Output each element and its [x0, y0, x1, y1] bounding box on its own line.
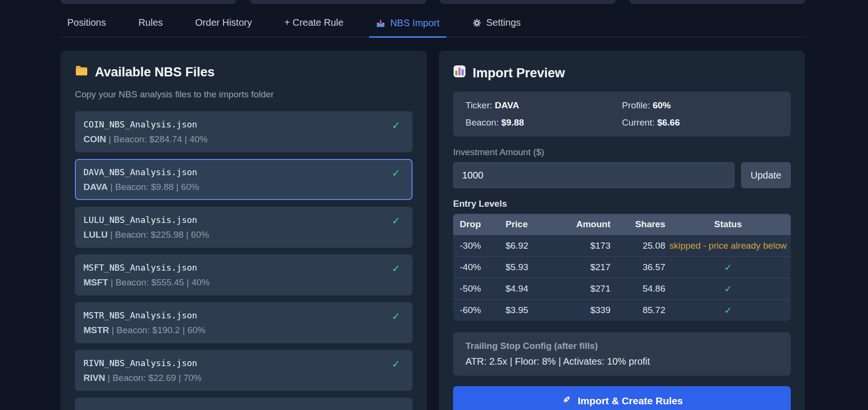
cell-status: skipped - price already below: [665, 241, 791, 251]
tab-label: + Create Rule: [284, 17, 343, 28]
cell-drop: -40%: [453, 262, 506, 273]
tab-create-rule[interactable]: + Create Rule: [278, 17, 350, 37]
file-ticker: RIVN: [83, 373, 105, 383]
file-card[interactable]: MSTR_NBS_Analysis.json MSTR | Beacon: $1…: [75, 302, 413, 343]
stat-card-partial: [629, 0, 805, 4]
cell-amount: $271: [568, 284, 610, 294]
file-card[interactable]: RIVN_NBS_Analysis.json RIVN | Beacon: $2…: [75, 350, 413, 391]
summary-label: Beacon:: [465, 117, 501, 127]
summary-value: 60%: [652, 100, 671, 110]
investment-amount-label: Investment Amount ($): [453, 147, 791, 158]
import-create-rules-button[interactable]: Import & Create Rules: [453, 386, 791, 410]
file-list: COIN_NBS_Analysis.json COIN | Beacon: $2…: [75, 111, 413, 391]
summary-current: Current: $6.66: [622, 117, 778, 128]
tab-settings[interactable]: Settings: [465, 17, 527, 37]
check-icon: ✓: [392, 120, 400, 131]
summary-value: DAVA: [495, 100, 519, 110]
tab-rules[interactable]: Rules: [132, 17, 169, 37]
trailing-stop-box: Trailing Stop Config (after fills) ATR: …: [453, 332, 791, 376]
tab-label: Positions: [67, 17, 106, 28]
cell-price: $5.93: [506, 262, 568, 273]
panel-title-text: Import Preview: [473, 66, 565, 81]
cell-amount: $173: [568, 241, 610, 251]
check-icon: ✓: [392, 168, 400, 179]
tab-positions[interactable]: Positions: [61, 17, 113, 37]
file-name: MSFT_NBS_Analysis.json: [83, 262, 404, 273]
file-details: COIN | Beacon: $284.74 | 40%: [83, 134, 404, 145]
file-name: COIN_NBS_Analysis.json: [83, 119, 404, 130]
check-icon: ✓: [392, 358, 400, 370]
file-name: RIVN_NBS_Analysis.json: [83, 357, 404, 369]
gear-icon: [472, 18, 482, 28]
file-name: DAVA_NBS_Analysis.json: [83, 167, 404, 178]
cell-status: ✓: [665, 284, 791, 294]
summary-ticker: Ticker: DAVA: [465, 100, 622, 111]
tab-label: Order History: [195, 17, 252, 28]
header-cell-price: Price: [506, 219, 568, 230]
table-row: -60% $3.95 $339 85.72 ✓: [453, 299, 791, 321]
cell-status: ✓: [665, 262, 791, 273]
table-row: -40% $5.93 $217 36.57 ✓: [453, 256, 791, 278]
stat-card-partial: [440, 0, 616, 4]
file-ticker: MSFT: [83, 277, 108, 287]
tab-label: NBS Import: [390, 18, 439, 29]
cell-shares: 54.86: [610, 284, 665, 294]
panel-subtitle: Copy your NBS analysis files to the impo…: [75, 89, 413, 100]
inbox-tray-icon: [376, 19, 385, 28]
file-card-partial[interactable]: [75, 398, 413, 410]
cell-amount: $339: [568, 305, 610, 315]
file-card[interactable]: MSFT_NBS_Analysis.json MSFT | Beacon: $5…: [75, 254, 413, 295]
cell-shares: 36.57: [610, 262, 665, 273]
file-card[interactable]: LULU_NBS_Analysis.json LULU | Beacon: $2…: [75, 207, 413, 248]
available-nbs-files-panel: Available NBS Files Copy your NBS analys…: [61, 51, 427, 410]
file-beacon-info: | Beacon: $555.45 | 40%: [108, 277, 210, 287]
cell-shares: 85.72: [610, 305, 665, 315]
file-card[interactable]: DAVA_NBS_Analysis.json DAVA | Beacon: $9…: [75, 159, 413, 200]
check-icon: ✓: [392, 263, 400, 274]
file-beacon-info: | Beacon: $284.74 | 40%: [106, 134, 208, 144]
file-details: RIVN | Beacon: $22.69 | 70%: [83, 373, 404, 383]
file-details: LULU | Beacon: $225.98 | 60%: [83, 230, 404, 240]
check-icon: ✓: [392, 311, 400, 322]
cell-shares: 25.08: [610, 241, 665, 251]
file-beacon-info: | Beacon: $9.88 | 60%: [108, 182, 199, 192]
table-row: -30% $6.92 $173 25.08 skipped - price al…: [453, 235, 791, 256]
tab-label: Settings: [486, 17, 521, 28]
available-files-title: Available NBS Files: [75, 65, 413, 80]
header-cell-drop: Drop: [453, 219, 506, 230]
cell-drop: -60%: [453, 305, 506, 315]
file-name: MSTR_NBS_Analysis.json: [83, 310, 404, 321]
investment-row: Update: [453, 162, 791, 188]
tab-order-history[interactable]: Order History: [188, 17, 258, 37]
file-ticker: COIN: [83, 134, 106, 144]
file-ticker: LULU: [83, 230, 108, 240]
cell-status: ✓: [665, 305, 791, 316]
file-card[interactable]: COIN_NBS_Analysis.json COIN | Beacon: $2…: [75, 111, 413, 152]
file-details: MSTR | Beacon: $190.2 | 60%: [83, 325, 404, 336]
tab-nbs-import[interactable]: NBS Import: [369, 18, 446, 38]
entry-levels-heading: Entry Levels: [453, 199, 791, 209]
entry-levels-table: Drop Price Amount Shares Status -30% $6.…: [453, 214, 791, 321]
table-row: -50% $4.94 $271 54.86 ✓: [453, 278, 791, 299]
import-button-label: Import & Create Rules: [578, 395, 683, 407]
cell-drop: -30%: [453, 241, 506, 251]
file-name: LULU_NBS_Analysis.json: [83, 214, 404, 226]
cell-price: $4.94: [506, 284, 568, 294]
tab-label: Rules: [138, 17, 163, 28]
tab-bar: Positions Rules Order History + Create R…: [61, 17, 805, 37]
update-button[interactable]: Update: [741, 162, 791, 188]
header-cell-amount: Amount: [568, 219, 610, 230]
table-body: -30% $6.92 $173 25.08 skipped - price al…: [453, 235, 791, 321]
summary-beacon: Beacon: $9.88: [465, 117, 622, 128]
import-summary-box: Ticker: DAVA Profile: 60% Beacon: $9.88 …: [453, 92, 791, 137]
panel-title-text: Available NBS Files: [95, 65, 215, 80]
import-preview-panel: Import Preview Ticker: DAVA Profile: 60%…: [439, 51, 805, 410]
file-beacon-info: | Beacon: $190.2 | 60%: [109, 325, 206, 335]
investment-amount-input[interactable]: [453, 162, 734, 188]
stat-card-partial: [250, 0, 426, 4]
summary-profile: Profile: 60%: [622, 100, 778, 111]
check-icon: ✓: [392, 215, 400, 227]
bar-chart-icon: [453, 65, 466, 81]
summary-value: $9.88: [501, 117, 524, 127]
trailing-stop-detail: ATR: 2.5x | Floor: 8% | Activates: 10% p…: [465, 356, 778, 367]
